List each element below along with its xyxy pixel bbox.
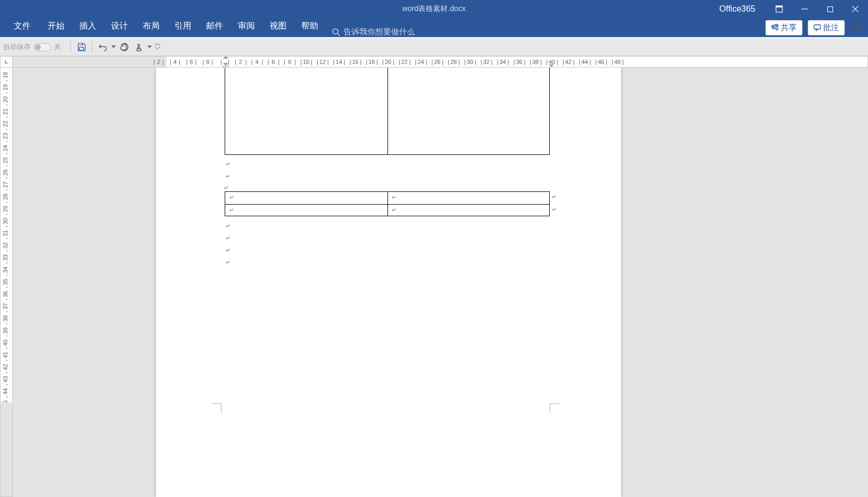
tab-view[interactable]: 视图 — [262, 17, 294, 37]
tab-home[interactable]: 开始 — [40, 17, 72, 37]
ruler-number: 8 — [206, 59, 209, 65]
paragraph-mark: ↵ — [226, 235, 230, 242]
v-ruler-number: 34 — [2, 266, 8, 273]
toggle-knob — [35, 44, 41, 50]
left-indent-marker[interactable] — [223, 56, 228, 67]
v-ruler-number: 35 — [2, 279, 8, 285]
ruler-number: 18 — [368, 59, 375, 65]
first-line-indent-icon — [223, 56, 228, 59]
ruler-number: 32 — [483, 59, 490, 65]
right-indent-marker[interactable] — [549, 65, 554, 67]
tab-insert[interactable]: 插入 — [72, 17, 104, 37]
customize-qat-button[interactable] — [153, 40, 162, 54]
v-ruler-number: 20 — [2, 96, 8, 103]
quick-access-toolbar: 自动保存 关 — [0, 39, 868, 56]
undo-button[interactable] — [96, 40, 110, 54]
right-indent-icon — [549, 65, 554, 67]
maximize-button[interactable] — [817, 0, 843, 18]
vertical-ruler[interactable]: 1819202122232425262728293031323334353637… — [0, 68, 13, 497]
tell-me-placeholder: 告诉我你想要做什么 — [344, 27, 415, 37]
main-area: 1819202122232425262728293031323334353637… — [0, 68, 868, 497]
v-ruler-number: 41 — [2, 352, 8, 358]
table-2[interactable]: ↵ ↵ ↵ ↵ — [225, 191, 550, 216]
customize-icon — [155, 44, 160, 50]
redo-icon — [119, 42, 129, 52]
svg-point-9 — [776, 24, 778, 26]
horizontal-ruler[interactable]: 8||6||4||2||||2||4||6||8||10||12||14||16… — [13, 56, 868, 68]
ruler-number: 2 — [239, 59, 242, 65]
save-icon — [77, 42, 86, 52]
redo-button[interactable] — [117, 40, 132, 54]
svg-point-12 — [853, 22, 862, 31]
ruler-number: 6 — [190, 59, 193, 65]
share-icon — [771, 24, 779, 31]
v-ruler-number: 25 — [2, 157, 8, 163]
v-ruler-number: 27 — [2, 181, 8, 188]
save-button[interactable] — [74, 40, 89, 54]
tell-me-search[interactable]: 告诉我你想要做什么 — [332, 27, 415, 37]
v-ruler-number: 42 — [2, 364, 8, 370]
tab-help[interactable]: 帮助 — [294, 17, 326, 37]
close-button[interactable] — [843, 0, 868, 18]
autosave-toggle[interactable] — [34, 43, 51, 51]
row-end-mark: ↵ — [552, 206, 557, 213]
maximize-icon — [827, 6, 833, 12]
paragraph-mark: ↵ — [226, 259, 230, 266]
chevron-down-icon — [147, 45, 152, 49]
comment-icon — [814, 24, 821, 31]
v-ruler-number: 39 — [2, 327, 8, 334]
tab-references[interactable]: 引用 — [167, 17, 199, 37]
tab-layout[interactable]: 布局 — [135, 17, 167, 37]
ruler-number: 4 — [255, 59, 258, 65]
undo-dropdown[interactable] — [110, 45, 117, 49]
v-ruler-number: 31 — [2, 230, 8, 236]
svg-rect-11 — [814, 25, 820, 29]
feedback-button[interactable] — [852, 21, 863, 34]
v-ruler-number: 38 — [2, 315, 8, 321]
v-ruler-number: 18 — [2, 72, 8, 78]
title-bar: word表格素材.docx Office365 — [0, 0, 868, 18]
touch-mode-button[interactable] — [132, 40, 146, 54]
ruler-number: 8 — [288, 59, 291, 65]
file-tab[interactable]: 文件 — [4, 17, 40, 37]
tab-selector[interactable]: L — [0, 56, 13, 68]
autosave-state: 关 — [54, 42, 61, 52]
chevron-down-icon — [112, 45, 116, 49]
minimize-icon — [801, 6, 808, 12]
page-margin-corner-br — [550, 403, 559, 413]
tab-review[interactable]: 审阅 — [230, 17, 262, 37]
ruler-number: 48 — [614, 59, 621, 65]
svg-rect-17 — [82, 44, 83, 46]
ruler-number: 22 — [401, 59, 408, 65]
smiley-icon — [852, 21, 863, 32]
ruler-number: 24 — [418, 59, 424, 65]
table-1[interactable] — [225, 68, 550, 155]
touch-icon — [134, 42, 144, 52]
close-icon — [852, 6, 858, 12]
paragraph-mark: ↵ — [226, 173, 230, 180]
ribbon-display-options-button[interactable] — [767, 0, 792, 18]
svg-point-6 — [333, 29, 338, 34]
paragraph-mark: ↵ — [226, 223, 230, 229]
touch-dropdown[interactable] — [146, 45, 153, 49]
ruler-number: 42 — [565, 59, 571, 65]
ruler-number: 46 — [598, 59, 604, 65]
svg-point-14 — [858, 25, 860, 26]
svg-rect-1 — [776, 6, 782, 7]
ruler-number: 10 — [303, 59, 309, 65]
paragraph-mark: ↵ — [224, 185, 229, 191]
tab-mailings[interactable]: 邮件 — [199, 17, 230, 37]
ruler-number: 36 — [516, 59, 522, 65]
svg-rect-16 — [79, 48, 84, 50]
ruler-number: 6 — [272, 59, 275, 65]
v-ruler-number: 28 — [2, 194, 8, 200]
office-brand[interactable]: Office365 — [716, 4, 759, 14]
document-page[interactable]: ↵ ↵ ↵ ↵ ↵ ↵ ↵ ↵ ↵ ↵ ↵ ↵ ↵ — [156, 68, 621, 497]
v-ruler-number: 23 — [2, 133, 8, 139]
minimize-button[interactable] — [792, 0, 817, 18]
tab-design[interactable]: 设计 — [104, 17, 135, 37]
comments-button[interactable]: 批注 — [808, 20, 845, 35]
document-viewport[interactable]: ↵ ↵ ↵ ↵ ↵ ↵ ↵ ↵ ↵ ↵ ↵ ↵ ↵ — [13, 68, 868, 497]
share-button[interactable]: 共享 — [765, 20, 802, 35]
autosave-control[interactable]: 自动保存 关 — [3, 42, 61, 52]
